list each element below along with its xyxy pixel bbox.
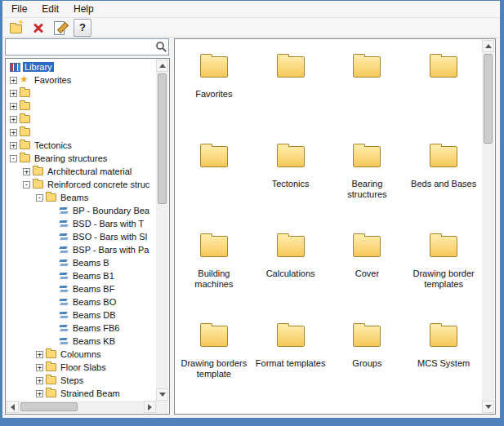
expand-toggle[interactable]: + <box>23 168 30 175</box>
grid-item-beds-and-bases[interactable]: Beds and Bases <box>405 140 482 229</box>
tree-item-label: BSO - Bars with Sl <box>71 232 149 242</box>
tree-item-folder[interactable]: + <box>7 100 156 113</box>
scrollbar-thumb[interactable] <box>484 54 493 144</box>
tree-item-favorites[interactable]: +Favorites <box>7 73 156 87</box>
tree-item-beam-type[interactable]: Beams B <box>7 256 156 269</box>
content-vertical-scrollbar[interactable] <box>482 40 494 413</box>
tree-item-beam-type[interactable]: Beams FB6 <box>7 322 156 335</box>
scroll-left-button[interactable] <box>7 401 19 413</box>
expand-toggle[interactable]: + <box>10 103 17 110</box>
folder-icon <box>277 236 305 257</box>
tree-item-reinforced-concrete[interactable]: -Reinforced concrete struc <box>7 178 156 191</box>
tree-item-floor-slabs[interactable]: +Floor Slabs <box>7 361 156 374</box>
scrollbar-thumb[interactable] <box>20 402 78 411</box>
scroll-down-button[interactable] <box>482 401 494 413</box>
grid-item-label: Favorites <box>195 89 232 100</box>
folder-icon <box>20 128 30 136</box>
tree-item-library[interactable]: Library <box>7 60 156 73</box>
scrollbar-thumb[interactable] <box>158 73 167 204</box>
tree-item-coloumns[interactable]: +Coloumns <box>7 348 156 361</box>
grid-item-favorites[interactable]: Favorites <box>176 50 252 140</box>
grid-item-label: Drawing borders template <box>178 358 250 379</box>
expand-toggle[interactable]: + <box>36 351 43 358</box>
menu-help[interactable]: Help <box>66 2 101 16</box>
grid-item-label: Bearing structures <box>331 179 403 200</box>
expand-toggle[interactable]: + <box>36 390 43 397</box>
search-icon[interactable] <box>154 41 168 53</box>
tree-vertical-scrollbar[interactable] <box>156 60 168 401</box>
grid-item-calculations[interactable]: Calculations <box>252 229 329 319</box>
expand-toggle[interactable]: - <box>23 181 30 189</box>
grid-item-mcs-system[interactable]: MCS System <box>405 319 482 409</box>
grid-item-drawing-borders-template[interactable]: Drawing borders template <box>176 319 252 409</box>
grid-item-cover[interactable]: Cover <box>329 229 406 319</box>
grid-item-groups[interactable]: Groups <box>329 319 406 409</box>
menu-edit[interactable]: Edit <box>34 2 66 16</box>
tree-item-folder[interactable]: + <box>7 126 156 139</box>
library-tree-panel: Library +Favorites + + + + +Tectonics -B… <box>5 58 170 415</box>
tree-item-tectonics[interactable]: +Tectonics <box>7 139 156 152</box>
grid-item-drawing-border-templates[interactable]: Drawing border templates <box>405 229 482 319</box>
expand-toggle[interactable]: + <box>10 90 17 97</box>
grid-item-tectonics[interactable]: Tectonics <box>252 140 329 229</box>
help-button[interactable]: ? <box>74 19 91 37</box>
expand-toggle[interactable]: + <box>10 142 17 149</box>
expand-toggle[interactable]: + <box>36 364 43 371</box>
tree-item-beam-type[interactable]: Beams B1 <box>7 269 156 282</box>
beam-icon <box>59 220 69 229</box>
tree-item-label: Strained Beam <box>59 388 122 398</box>
expand-toggle[interactable]: - <box>10 155 17 162</box>
scroll-right-button[interactable] <box>144 401 156 413</box>
grid-item-format-templates[interactable]: Format templates <box>252 319 329 409</box>
folder-icon <box>200 326 228 347</box>
folder-icon <box>200 236 228 257</box>
grid-item-label: Drawing border templates <box>408 268 479 290</box>
scroll-up-button[interactable] <box>156 60 168 72</box>
grid-item-building-machines[interactable]: Building machines <box>176 229 252 319</box>
tree-item-label: Beams FB6 <box>71 323 121 333</box>
scroll-down-button[interactable] <box>156 388 168 401</box>
folder-icon <box>33 167 43 175</box>
folder-icon <box>46 193 56 202</box>
tree-item-beam-type[interactable]: Beams BO <box>7 295 156 308</box>
tree-item-beam-type[interactable]: BSP - Bars with Pa <box>7 243 156 256</box>
tree-item-beams[interactable]: -Beams <box>7 191 156 204</box>
expand-toggle[interactable]: + <box>36 377 43 384</box>
expand-toggle[interactable]: + <box>10 116 17 123</box>
beam-icon <box>59 324 69 333</box>
scroll-up-button[interactable] <box>482 40 494 52</box>
tree-item-bearing-structures[interactable]: -Bearing structures <box>7 152 156 165</box>
tree-item-beam-type[interactable]: BP - Boundary Bea <box>7 204 156 217</box>
expand-toggle[interactable]: + <box>10 129 17 136</box>
tree-item-beam-type[interactable]: BSD - Bars with T <box>7 217 156 230</box>
tree-item-label: BSP - Bars with Pa <box>71 245 150 255</box>
grid-item-bearing-structures[interactable]: Bearing structures <box>329 140 406 229</box>
tree-item-beam-type[interactable]: Beams DB <box>7 308 156 322</box>
search-box <box>5 38 169 55</box>
folder-icon <box>46 350 56 358</box>
tree-item-folder[interactable]: + <box>7 113 156 126</box>
delete-button[interactable] <box>29 19 47 37</box>
expand-toggle[interactable]: - <box>36 194 43 202</box>
beam-icon <box>59 246 69 255</box>
tree-item-beam-type[interactable]: Beams KB <box>7 335 156 348</box>
tree-item-label: Tectonics <box>33 140 74 150</box>
expand-toggle[interactable]: + <box>10 77 17 84</box>
tree-horizontal-scrollbar[interactable] <box>7 401 156 413</box>
grid-item-folder[interactable] <box>405 50 482 140</box>
grid-item-folder[interactable] <box>329 50 406 140</box>
tree-item-architectural-material[interactable]: +Architectural material <box>7 165 156 178</box>
tree-item-folder[interactable]: + <box>7 87 156 100</box>
tree-item-beam-type[interactable]: BSO - Bars with Sl <box>7 230 156 243</box>
grid-item-folder[interactable] <box>176 140 252 229</box>
tree-item-strained-beam[interactable]: +Strained Beam <box>7 387 156 400</box>
grid-item-label: Beds and Bases <box>411 179 476 189</box>
tree-item-beam-type[interactable]: Beams BF <box>7 282 156 295</box>
search-input[interactable] <box>6 40 154 55</box>
menu-file[interactable]: File <box>4 2 34 16</box>
tree-item-steps[interactable]: +Steps <box>7 374 156 387</box>
new-folder-button[interactable] <box>7 19 25 37</box>
edit-properties-button[interactable] <box>51 19 69 37</box>
grid-item-folder[interactable] <box>252 50 329 140</box>
folder-icon <box>20 141 30 149</box>
